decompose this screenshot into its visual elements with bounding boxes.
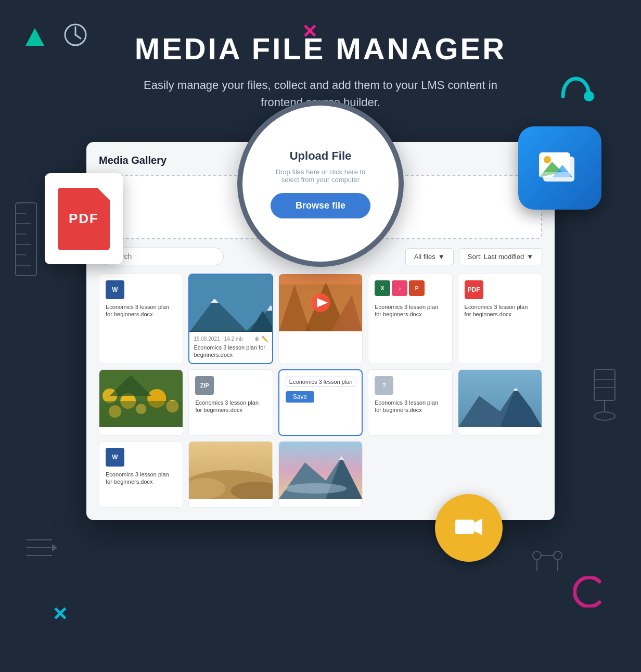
svg-rect-58	[455, 520, 474, 534]
upload-subtitle: Drop files here or click here to select …	[268, 168, 373, 184]
media-item-editable[interactable]: Save	[278, 369, 363, 436]
chevron-down-icon: ▼	[438, 253, 445, 261]
media-item[interactable]: ZIP Economics 3 lesson plan for beginner…	[188, 369, 273, 436]
filename-input[interactable]	[286, 377, 355, 387]
music-icon: ♪	[392, 280, 407, 296]
browse-file-button[interactable]: Browse file	[271, 193, 370, 218]
svg-marker-59	[474, 519, 482, 535]
pdf-doc-item: PDF Economics 3 lesson plan for beginner…	[458, 274, 542, 331]
delete-icon[interactable]: 🗑	[254, 336, 260, 342]
multi-icon-group: X ♪ P	[375, 280, 425, 300]
media-item[interactable]	[188, 441, 273, 508]
media-item[interactable]: PDF Economics 3 lesson plan for beginner…	[458, 274, 542, 364]
filter-buttons: All files ▼ Sort: Last modified ▼	[405, 248, 542, 265]
word-icon: W	[106, 280, 124, 299]
upload-title: Upload File	[290, 149, 352, 163]
card-wrapper: PDF Upload File Drop files here or click…	[86, 142, 555, 520]
pdf-decoration: PDF	[45, 173, 123, 264]
svg-marker-63	[52, 544, 57, 551]
doc-item: W Economics 3 lesson plan for beginners.…	[99, 274, 183, 331]
upload-overlay: Upload File Drop files here or click her…	[237, 100, 404, 267]
sort-button[interactable]: Sort: Last modified ▼	[459, 248, 542, 265]
svg-point-65	[554, 551, 562, 560]
media-item[interactable]: W Economics 3 lesson plan for beginners.…	[99, 274, 183, 364]
media-item[interactable]: X ♪ P Economics 3 lesson plan for beginn…	[368, 274, 452, 364]
media-grid: W Economics 3 lesson plan for beginners.…	[99, 274, 542, 508]
zip-icon: ZIP	[195, 376, 214, 395]
unknown-icon: ?	[375, 376, 393, 395]
media-item-selected[interactable]: 15.08.2021 14.2 mb ✏️ 🗑 Economics 3 less…	[188, 274, 273, 364]
editable-item: Save	[279, 370, 362, 428]
media-item[interactable]	[278, 441, 363, 508]
svg-rect-44	[99, 401, 183, 427]
excel-icon: X	[375, 280, 390, 296]
media-item[interactable]	[278, 274, 363, 364]
all-files-filter[interactable]: All files ▼	[405, 248, 454, 265]
media-gallery-title: Media Gallery	[99, 154, 166, 166]
media-item[interactable]	[458, 369, 542, 436]
svg-point-19	[544, 156, 551, 163]
svg-point-64	[533, 551, 541, 560]
media-item[interactable]: W Economics 3 lesson plan for beginners.…	[99, 441, 183, 508]
video-decoration[interactable]	[435, 494, 503, 562]
media-item[interactable]: ? Economics 3 lesson plan for beginners.…	[368, 369, 452, 436]
word-doc-item-2: W Economics 3 lesson plan for beginners.…	[99, 442, 183, 499]
chevron-down-icon-sort: ▼	[527, 253, 533, 261]
svg-rect-22	[539, 172, 570, 177]
word-icon-2: W	[106, 448, 124, 467]
svg-point-16	[594, 412, 615, 420]
save-filename-button[interactable]: Save	[286, 391, 314, 403]
file-meta: 15.08.2021 14.2 mb ✏️ 🗑	[194, 336, 267, 342]
svg-rect-33	[279, 274, 362, 285]
pdf-icon: PDF	[465, 280, 483, 299]
unknown-doc-item: ? Economics 3 lesson plan for beginners.…	[368, 370, 452, 427]
image-app-decoration	[518, 126, 601, 210]
page-title: MEDIA FILE MANAGER	[10, 31, 631, 66]
svg-point-57	[284, 483, 347, 494]
edit-icon[interactable]: ✏️	[262, 336, 268, 342]
multi-doc-item: X ♪ P Economics 3 lesson plan for beginn…	[368, 274, 452, 331]
svg-rect-5	[16, 203, 36, 276]
ppt-icon: P	[409, 280, 425, 296]
zip-doc-item: ZIP Economics 3 lesson plan for beginner…	[189, 370, 272, 427]
media-card: Upload File Drop files here or click her…	[86, 142, 555, 520]
deco-x-bottom-icon: ✕	[52, 603, 68, 625]
media-item[interactable]	[99, 369, 183, 436]
svg-rect-12	[594, 369, 615, 400]
